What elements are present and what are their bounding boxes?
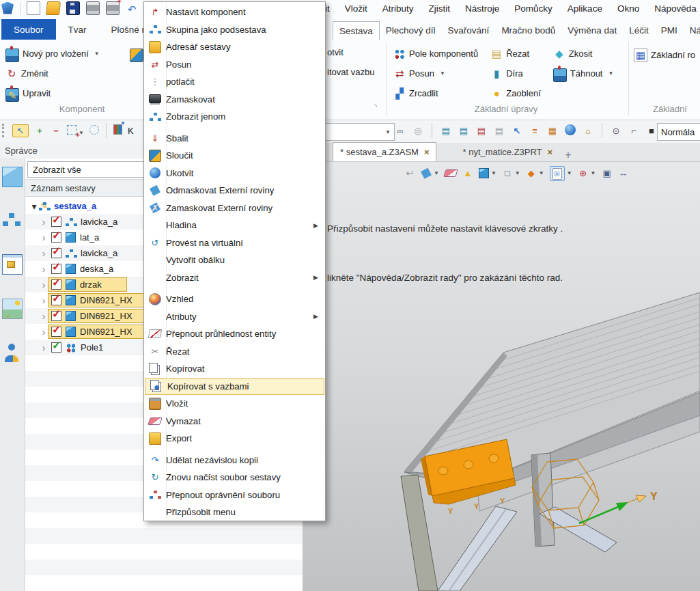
menubar-item-zjistit[interactable]: Zjistit [429, 3, 451, 14]
chevron-right-icon[interactable]: › [39, 279, 48, 290]
pick-arrow-button[interactable]: ↖ [512, 125, 522, 136]
ribbon-tab-pmi[interactable]: PMI [655, 21, 684, 40]
menubar-item-vloit[interactable]: Vložit [345, 3, 367, 14]
add-select-button[interactable]: + [34, 125, 45, 136]
partial-text-editovat-vazbu[interactable]: itovat vazbu [327, 67, 374, 77]
ribbon-tab-svaovn[interactable]: Svařování [442, 21, 496, 40]
visibility-checkbox[interactable]: ✓ [51, 342, 61, 353]
view-style-combo[interactable]: Normála [657, 123, 700, 141]
menu-item-adres-sestavy[interactable]: Adresář sestavy [144, 38, 325, 56]
chevron-right-icon[interactable]: › [39, 248, 48, 259]
menu-item-ud-lat-nez-vislou-kopii[interactable]: ↷Udělat nezávislou kopii [144, 452, 325, 469]
menubar-item-pomcky[interactable]: Pomůcky [514, 3, 552, 14]
print-add-button[interactable] [106, 1, 120, 17]
pick-filter-button[interactable]: ↖ [12, 124, 29, 137]
menubar-item-it[interactable]: it [325, 3, 330, 14]
chevron-right-icon[interactable]: › [39, 295, 48, 306]
box-select-button[interactable]: ▼ [67, 125, 84, 137]
document-tab-nytmaticez3prt[interactable]: * nyt_matice.Z3PRT× [456, 143, 559, 161]
chevron-right-icon[interactable]: › [39, 327, 48, 338]
ribbon-button-zrcadlit[interactable]: ▞Zrcadlit [393, 83, 478, 103]
chevron-right-icon[interactable]: › [39, 264, 48, 275]
menubar-item-npovda[interactable]: Nápověda [654, 3, 697, 14]
menu-item-odmaskovat-extern-roviny[interactable]: Odmaskovat Externí roviny [144, 182, 325, 200]
lasso-select-button[interactable] [89, 125, 99, 137]
menu-item-hladina[interactable]: Hladina▶ [144, 217, 325, 234]
document-tab-sestavaaz3asm[interactable]: * sestava_a.Z3ASM× [333, 142, 436, 161]
undo-button[interactable]: ↶ [126, 3, 138, 15]
ribbon-button-nov--pro-vlo-en-[interactable]: Nový pro vložení▼ [5, 44, 100, 64]
3d-viewport[interactable]: ↩▼▲▼□▼◆▼◎▼⊕▼▣↔ Přizpůsobit nastavení můž… [303, 162, 700, 591]
app-logo-button[interactable] [1, 2, 14, 16]
filter-shape-gray-button[interactable]: ▤ [494, 125, 505, 136]
ribbon-button-zm-nit[interactable]: ↻Změnit [5, 64, 100, 83]
menu-item-p-epnout-opr-vn-n-souboru[interactable]: Přepnout oprávnění souboru [144, 486, 325, 504]
visibility-checkbox[interactable]: ✓ [51, 295, 61, 305]
chevron-right-icon[interactable]: › [39, 232, 48, 243]
menu-item--ezat[interactable]: ✂Řezat [144, 343, 325, 361]
filter-shape-blue-button[interactable]: ▤ [440, 125, 451, 136]
file-tab-soubor[interactable]: Soubor [1, 19, 56, 40]
menu-item-vytvo-it-ob-lku[interactable]: Vytvořit obálku [144, 251, 325, 269]
chevron-down-icon[interactable]: ▾ [29, 201, 39, 212]
chevron-right-icon[interactable]: › [39, 217, 48, 228]
drag-handle[interactable] [2, 124, 7, 137]
save-button[interactable] [66, 1, 80, 17]
ribbon-button-pole-komponent-[interactable]: Pole komponentů [393, 44, 478, 64]
menu-item-nastavit-komponent[interactable]: ↱Nastavit komponent [144, 3, 325, 21]
ribbon-button-zkosit[interactable]: ◆Zkosit [553, 44, 614, 64]
menu-item-vzhled[interactable]: Vzhled [144, 290, 325, 308]
remove-select-button[interactable]: − [51, 125, 61, 136]
menubar-item-nstroje[interactable]: Nástroje [465, 3, 499, 14]
user-manager-button[interactable] [3, 343, 22, 364]
menu-item-posun[interactable]: ⇄Posun [144, 56, 325, 74]
visibility-checkbox[interactable]: ✓ [51, 232, 61, 243]
constraint-manager-button[interactable] [2, 167, 23, 189]
ribbon-tab-vmnadat[interactable]: Výměna dat [561, 21, 623, 40]
close-icon[interactable]: × [548, 147, 553, 157]
menu-item-zamaskovat[interactable]: Zamaskovat [144, 91, 325, 109]
ribbon-button-posun[interactable]: ⇄Posun▼ [393, 64, 478, 83]
menu-item-export[interactable]: Export [144, 430, 325, 448]
menu-item-vymazat[interactable]: Vymazat [144, 413, 325, 430]
menu-item-zamaskovat-extern-roviny[interactable]: ✗Zamaskovat Externí roviny [144, 200, 325, 217]
print-button[interactable] [86, 1, 100, 17]
menu-item-zobrazit[interactable]: Zobrazit▶ [144, 269, 325, 287]
angle-button[interactable]: ⌐ [628, 125, 639, 136]
ribbon-tab-mranobod[interactable]: Mračno bodů [495, 21, 561, 40]
link-constraint-button[interactable]: ∞ [395, 125, 406, 136]
ribbon-button-upravit[interactable]: ✎Upravit [5, 83, 100, 103]
menu-item-ukotvit[interactable]: Ukotvit [144, 165, 325, 182]
chevron-right-icon[interactable]: › [39, 342, 48, 353]
ribbon-tab-lit[interactable]: Léčit [623, 21, 655, 40]
render-manager-button[interactable] [2, 299, 23, 321]
pick-filter-button[interactable]: ↖ [12, 125, 29, 136]
file-tab-tvar[interactable]: Tvar [56, 19, 99, 40]
menu-item-p-izp-sobit-menu[interactable]: Přizpůsobit menu [144, 504, 325, 521]
menu-item-atributy[interactable]: Atributy▶ [144, 308, 325, 326]
list-manager-button[interactable]: ≡ [529, 125, 540, 136]
frame-doc-button[interactable]: ▦ [547, 125, 558, 136]
new-tab-button[interactable]: + [559, 149, 576, 161]
new-file-button[interactable] [27, 1, 40, 17]
ribbon-tab-sestava[interactable]: Sestava [333, 21, 380, 40]
globe-button[interactable] [565, 124, 576, 137]
visibility-checkbox[interactable]: ✓ [51, 217, 61, 227]
partial-text-ukotvit[interactable]: otvit [327, 47, 344, 57]
menubar-item-atributy[interactable]: Atributy [382, 3, 414, 14]
open-file-button[interactable] [46, 1, 60, 17]
menu-item-kop-rovat[interactable]: Kopírovat [144, 360, 325, 378]
filter-shape-blue2-button[interactable]: ▤ [458, 125, 469, 136]
ribbon-button-d-ra[interactable]: ▮Díra [490, 64, 541, 83]
filter-shape-red-button[interactable]: ▤ [476, 125, 487, 136]
menubar-item-okno[interactable]: Okno [617, 3, 639, 14]
group-launcher-icon[interactable]: ◟ [374, 104, 377, 111]
visibility-checkbox[interactable]: ✓ [51, 264, 61, 274]
menu-item-znovu-na-st-soubor-sestavy[interactable]: ↻Znovu načíst soubor sestavy [144, 469, 325, 486]
menu-item-p-epnout-pr-hlednost-entity[interactable]: Přepnout průhlednost entity [144, 325, 325, 343]
menubar-item-aplikace[interactable]: Aplikace [568, 3, 602, 14]
chevron-right-icon[interactable]: › [39, 311, 48, 322]
menu-item-skupina-jako-podsestava[interactable]: Skupina jako podsestava [144, 21, 325, 39]
compass-button[interactable]: ⊙ [611, 125, 621, 136]
visibility-checkbox[interactable]: ✓ [51, 279, 61, 290]
